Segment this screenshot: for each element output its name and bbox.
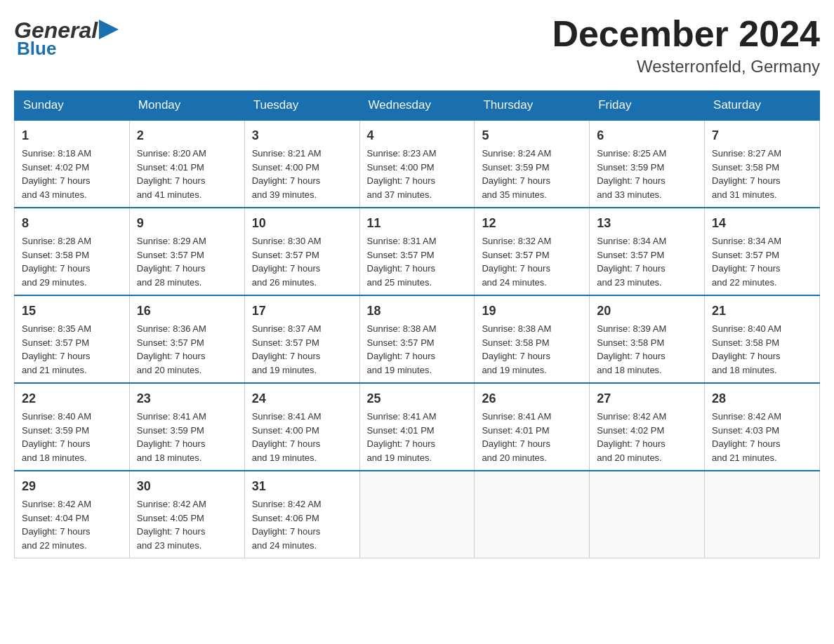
- day-number: 6: [597, 126, 697, 145]
- calendar-header-row: Sunday Monday Tuesday Wednesday Thursday…: [15, 91, 820, 121]
- month-title: December 2024: [552, 14, 820, 54]
- sunset-text: Sunset: 3:58 PM: [22, 250, 89, 260]
- daylight-minutes-text: and 19 minutes.: [367, 452, 432, 463]
- calendar-day-cell: 24 Sunrise: 8:41 AM Sunset: 4:00 PM Dayl…: [244, 383, 359, 471]
- calendar-day-cell: 9 Sunrise: 8:29 AM Sunset: 3:57 PM Dayli…: [129, 208, 244, 295]
- daylight-text: Daylight: 7 hours: [22, 438, 91, 449]
- daylight-text: Daylight: 7 hours: [367, 263, 436, 274]
- sunset-text: Sunset: 4:00 PM: [252, 162, 319, 173]
- calendar-day-cell: 28 Sunrise: 8:42 AM Sunset: 4:03 PM Dayl…: [705, 383, 820, 471]
- day-number: 24: [252, 389, 352, 408]
- calendar-day-cell: 29 Sunrise: 8:42 AM Sunset: 4:04 PM Dayl…: [15, 471, 130, 558]
- calendar-day-cell: 21 Sunrise: 8:40 AM Sunset: 3:58 PM Dayl…: [705, 295, 820, 383]
- calendar-day-cell: 14 Sunrise: 8:34 AM Sunset: 3:57 PM Dayl…: [705, 208, 820, 295]
- sunset-text: Sunset: 3:58 PM: [712, 162, 779, 173]
- day-number: 5: [482, 126, 582, 145]
- daylight-minutes-text: and 22 minutes.: [22, 540, 87, 551]
- daylight-minutes-text: and 20 minutes.: [482, 452, 547, 463]
- daylight-text: Daylight: 7 hours: [712, 263, 781, 274]
- sunrise-text: Sunrise: 8:23 AM: [367, 148, 437, 159]
- sunrise-text: Sunrise: 8:20 AM: [137, 148, 206, 159]
- calendar-day-cell: [705, 471, 820, 558]
- day-number: 19: [482, 302, 582, 321]
- daylight-text: Daylight: 7 hours: [137, 438, 206, 449]
- calendar-day-cell: 13 Sunrise: 8:34 AM Sunset: 3:57 PM Dayl…: [590, 208, 705, 295]
- sunset-text: Sunset: 3:58 PM: [482, 337, 549, 348]
- sunset-text: Sunset: 4:00 PM: [367, 162, 435, 173]
- sunrise-text: Sunrise: 8:42 AM: [712, 411, 781, 422]
- day-number: 9: [137, 214, 237, 233]
- daylight-minutes-text: and 21 minutes.: [22, 365, 87, 375]
- sunrise-text: Sunrise: 8:28 AM: [22, 236, 91, 246]
- col-sunday: Sunday: [15, 91, 130, 121]
- daylight-minutes-text: and 18 minutes.: [22, 452, 87, 463]
- daylight-text: Daylight: 7 hours: [482, 263, 550, 274]
- daylight-minutes-text: and 21 minutes.: [712, 452, 777, 463]
- day-number: 31: [252, 477, 352, 496]
- day-number: 22: [22, 389, 122, 408]
- sunrise-text: Sunrise: 8:42 AM: [22, 499, 91, 509]
- daylight-text: Daylight: 7 hours: [137, 175, 206, 186]
- sunrise-text: Sunrise: 8:36 AM: [137, 323, 206, 334]
- calendar-week-row: 1 Sunrise: 8:18 AM Sunset: 4:02 PM Dayli…: [15, 120, 820, 208]
- calendar-day-cell: 30 Sunrise: 8:42 AM Sunset: 4:05 PM Dayl…: [129, 471, 244, 558]
- sunrise-text: Sunrise: 8:30 AM: [252, 236, 322, 246]
- day-number: 29: [22, 477, 122, 496]
- col-thursday: Thursday: [475, 91, 590, 121]
- daylight-text: Daylight: 7 hours: [252, 438, 321, 449]
- sunrise-text: Sunrise: 8:21 AM: [252, 148, 322, 159]
- daylight-text: Daylight: 7 hours: [252, 175, 321, 186]
- sunrise-text: Sunrise: 8:31 AM: [367, 236, 437, 246]
- calendar-day-cell: 1 Sunrise: 8:18 AM Sunset: 4:02 PM Dayli…: [15, 120, 130, 208]
- daylight-minutes-text: and 19 minutes.: [367, 365, 432, 375]
- calendar-day-cell: 23 Sunrise: 8:41 AM Sunset: 3:59 PM Dayl…: [129, 383, 244, 471]
- sunset-text: Sunset: 3:58 PM: [712, 337, 779, 348]
- daylight-minutes-text: and 18 minutes.: [137, 452, 202, 463]
- sunset-text: Sunset: 3:59 PM: [137, 425, 204, 436]
- sunrise-text: Sunrise: 8:41 AM: [252, 411, 322, 422]
- daylight-text: Daylight: 7 hours: [22, 351, 91, 361]
- daylight-minutes-text: and 28 minutes.: [137, 277, 202, 288]
- daylight-text: Daylight: 7 hours: [712, 438, 781, 449]
- col-friday: Friday: [590, 91, 705, 121]
- sunrise-text: Sunrise: 8:25 AM: [597, 148, 666, 159]
- day-number: 28: [712, 389, 812, 408]
- calendar-day-cell: 7 Sunrise: 8:27 AM Sunset: 3:58 PM Dayli…: [705, 120, 820, 208]
- daylight-text: Daylight: 7 hours: [22, 175, 91, 186]
- daylight-minutes-text: and 29 minutes.: [22, 277, 87, 288]
- sunset-text: Sunset: 4:04 PM: [22, 513, 89, 523]
- calendar-day-cell: 12 Sunrise: 8:32 AM Sunset: 3:57 PM Dayl…: [475, 208, 590, 295]
- sunset-text: Sunset: 4:06 PM: [252, 513, 319, 523]
- day-number: 25: [367, 389, 468, 408]
- calendar-day-cell: 4 Sunrise: 8:23 AM Sunset: 4:00 PM Dayli…: [359, 120, 475, 208]
- calendar-day-cell: 2 Sunrise: 8:20 AM Sunset: 4:01 PM Dayli…: [129, 120, 244, 208]
- daylight-minutes-text: and 39 minutes.: [252, 189, 317, 200]
- calendar-day-cell: 8 Sunrise: 8:28 AM Sunset: 3:58 PM Dayli…: [15, 208, 130, 295]
- calendar-day-cell: 17 Sunrise: 8:37 AM Sunset: 3:57 PM Dayl…: [244, 295, 359, 383]
- daylight-text: Daylight: 7 hours: [22, 263, 91, 274]
- daylight-minutes-text: and 23 minutes.: [597, 277, 662, 288]
- sunset-text: Sunset: 4:01 PM: [137, 162, 204, 173]
- sunrise-text: Sunrise: 8:42 AM: [137, 499, 206, 509]
- calendar-day-cell: 5 Sunrise: 8:24 AM Sunset: 3:59 PM Dayli…: [475, 120, 590, 208]
- sunset-text: Sunset: 3:57 PM: [137, 337, 204, 348]
- sunset-text: Sunset: 3:57 PM: [367, 250, 435, 260]
- day-number: 20: [597, 302, 697, 321]
- calendar-day-cell: [359, 471, 475, 558]
- daylight-minutes-text: and 20 minutes.: [597, 452, 662, 463]
- daylight-text: Daylight: 7 hours: [22, 526, 91, 537]
- sunrise-text: Sunrise: 8:39 AM: [597, 323, 666, 334]
- sunset-text: Sunset: 4:00 PM: [252, 425, 319, 436]
- daylight-minutes-text: and 33 minutes.: [597, 189, 662, 200]
- daylight-minutes-text: and 25 minutes.: [367, 277, 432, 288]
- day-number: 11: [367, 214, 468, 233]
- daylight-text: Daylight: 7 hours: [137, 351, 206, 361]
- daylight-text: Daylight: 7 hours: [137, 526, 206, 537]
- calendar-week-row: 29 Sunrise: 8:42 AM Sunset: 4:04 PM Dayl…: [15, 471, 820, 558]
- day-number: 30: [137, 477, 237, 496]
- calendar-day-cell: 22 Sunrise: 8:40 AM Sunset: 3:59 PM Dayl…: [15, 383, 130, 471]
- calendar-day-cell: 27 Sunrise: 8:42 AM Sunset: 4:02 PM Dayl…: [590, 383, 705, 471]
- daylight-text: Daylight: 7 hours: [252, 351, 321, 361]
- sunrise-text: Sunrise: 8:37 AM: [252, 323, 322, 334]
- daylight-text: Daylight: 7 hours: [482, 351, 550, 361]
